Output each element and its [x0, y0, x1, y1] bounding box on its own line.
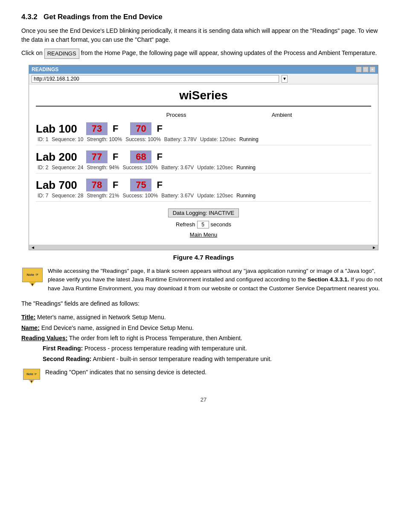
lab-200-ambient-value: 68	[136, 151, 146, 162]
lab-100-ambient-unit: F	[157, 123, 162, 134]
address-bar: ▼	[29, 74, 378, 84]
maximize-button[interactable]: □	[363, 66, 369, 72]
lab-100-status: Running	[239, 136, 259, 142]
minimize-button[interactable]: _	[356, 66, 362, 72]
app-title: wiSeries	[36, 89, 371, 107]
lab-200-id: ID: 2	[38, 165, 48, 171]
lab-100-process-box: 73	[86, 122, 108, 135]
lab-100-seq: Sequence: 10	[52, 136, 83, 142]
lab-100-row1: Lab 100 73 F 70 F	[36, 122, 371, 136]
lab-100-row2: ID: 1 Sequence: 10 Strength: 100% Succes…	[36, 136, 371, 142]
lab-200-update: Update: 120sec	[197, 165, 233, 171]
def-name-text: End Device's name, assigned in End Devic…	[41, 324, 194, 331]
note-2-block: Note ☞ Reading "Open" indicates that no …	[21, 368, 386, 384]
lab-200-entry: Lab 200 77 F 68 F ID: 2 Sequence: 24 Str…	[36, 147, 371, 173]
data-logging-btn[interactable]: Data Logging: INACTIVE	[168, 208, 239, 217]
lab-100-entry: Lab 100 73 F 70 F ID: 1 Sequence: 10 Str…	[36, 119, 371, 145]
note-1-text: While accessing the "Readings" page, If …	[48, 267, 386, 294]
def-reading-values: Reading Values: The order from left to r…	[21, 333, 386, 343]
lab-200-process-value: 77	[92, 151, 102, 162]
lab-700-seq: Sequence: 28	[52, 193, 83, 199]
refresh-label: Refresh	[176, 221, 195, 228]
def-reading-values-text: The order from left to right is Process …	[69, 335, 242, 341]
close-button[interactable]: ×	[369, 66, 375, 72]
def-name: Name: End Device's name, assigned in End…	[21, 323, 386, 332]
column-headers: Process Ambient	[36, 112, 371, 118]
readings-button[interactable]: READINGS	[44, 49, 79, 59]
lab-700-name: Lab 700	[36, 179, 83, 192]
address-input[interactable]	[32, 75, 279, 83]
window-controls: _ □ ×	[356, 66, 375, 72]
footer-section: Data Logging: INACTIVE Refresh seconds M…	[36, 208, 371, 238]
lab-700-ambient-box: 75	[130, 179, 151, 191]
lab-700-update: Update: 120sec	[197, 193, 233, 199]
note-2-icon: Note ☞	[23, 369, 40, 380]
lab-100-update: Update: 120sec	[200, 136, 236, 142]
refresh-unit: seconds	[211, 221, 231, 228]
lab-200-success: Success: 100%	[122, 165, 158, 171]
lab-100-process-value: 73	[92, 123, 102, 134]
lab-700-entry: Lab 700 78 F 75 F ID: 7 Sequence: 28 Str…	[36, 175, 371, 202]
def-first-reading: First Reading: Process - process tempera…	[43, 344, 386, 353]
lab-200-battery: Battery: 3.67V	[161, 165, 194, 171]
refresh-row: Refresh seconds	[36, 221, 371, 228]
lab-700-process-box: 78	[86, 179, 108, 191]
lab-100-ambient-value: 70	[136, 123, 146, 134]
definitions-list: Title: Meter's name, assigned in Network…	[21, 312, 386, 364]
frame-titlebar: READINGS _ □ ×	[29, 65, 378, 74]
section-title-text: Get Readings from the End Device	[44, 13, 163, 21]
col-ambient: Ambient	[272, 112, 292, 118]
scrollbar-area: ◄ ►	[29, 245, 378, 250]
lab-700-strength: Strength: 21%	[87, 193, 119, 199]
body-para-2: Click on READINGS from the Home Page, th…	[21, 49, 386, 59]
lab-200-ambient-unit: F	[157, 151, 162, 162]
lab-200-strength: Strength: 94%	[87, 165, 119, 171]
def-first-reading-text: Process - process temperature reading wi…	[84, 345, 247, 352]
lab-100-strength: Strength: 100%	[87, 136, 122, 142]
def-second-reading: Second Reading: Ambient - built-in senso…	[43, 354, 386, 364]
page-number: 27	[21, 396, 386, 403]
lab-100-id: ID: 1	[38, 136, 48, 142]
body-para-1: Once you see the End Device's LED blinki…	[21, 26, 386, 44]
note-1-block: Note ☞ While accessing the "Readings" pa…	[21, 267, 386, 294]
def-first-reading-term: First Reading:	[43, 345, 83, 352]
def-second-reading-term: Second Reading:	[43, 356, 91, 362]
frame-content: wiSeries Process Ambient Lab 100 73 F 70…	[29, 84, 378, 245]
lab-200-process-box: 77	[86, 150, 108, 163]
lab-200-process-unit: F	[113, 151, 118, 162]
lab-700-ambient-unit: F	[157, 179, 162, 191]
col-process: Process	[166, 112, 186, 118]
lab-200-row2: ID: 2 Sequence: 24 Strength: 94% Success…	[36, 165, 371, 171]
def-title: Title: Meter's name, assigned in Network…	[21, 312, 386, 322]
lab-700-row1: Lab 700 78 F 75 F	[36, 179, 371, 192]
sub-defs: First Reading: Process - process tempera…	[21, 344, 386, 364]
lab-100-ambient: 70 F	[130, 122, 162, 135]
note-1-icon: Note ☞	[22, 268, 43, 282]
note-1-icon-label: Note ☞	[27, 273, 38, 277]
def-name-term: Name:	[21, 324, 40, 331]
lab-100-name: Lab 100	[36, 122, 83, 136]
lab-100-ambient-box: 70	[130, 122, 151, 135]
def-second-reading-text: Ambient - built-in sensor temperature re…	[93, 356, 271, 362]
lab-700-id: ID: 7	[38, 193, 48, 199]
lab-200-row1: Lab 200 77 F 68 F	[36, 150, 371, 164]
figure-caption: Figure 4.7 Readings	[21, 254, 386, 261]
lab-100-process-unit: F	[113, 123, 118, 134]
lab-100-success: Success: 100%	[125, 136, 161, 142]
frame-title: READINGS	[32, 66, 58, 72]
section-heading: 4.3.2 Get Readings from the End Device	[21, 13, 386, 21]
lab-700-ambient: 75 F	[130, 179, 162, 191]
lab-100-battery: Battery: 3.78V	[164, 136, 197, 142]
lab-200-ambient-box: 68	[130, 150, 151, 163]
refresh-input[interactable]	[197, 221, 209, 228]
section-number: 4.3.2	[21, 13, 38, 21]
main-menu-link[interactable]: Main Menu	[190, 231, 217, 238]
def-title-text: Meter's name, assigned in Network Setup …	[37, 314, 166, 321]
screenshot-frame: READINGS _ □ × ▼ wiSeries Process Ambien…	[29, 65, 378, 250]
def-reading-values-term: Reading Values:	[21, 335, 67, 341]
lab-700-success: Success: 100%	[122, 193, 158, 199]
lab-200-name: Lab 200	[36, 150, 83, 164]
lab-700-process-unit: F	[113, 179, 118, 191]
field-desc-intro: The "Readings" fields are defined as fol…	[21, 299, 386, 308]
address-dropdown[interactable]: ▼	[282, 75, 288, 83]
